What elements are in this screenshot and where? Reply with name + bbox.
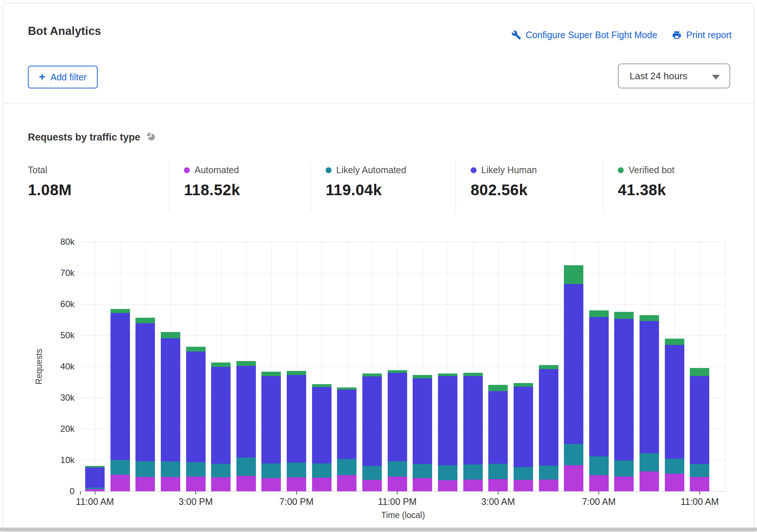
bar-segment-automated[interactable] (488, 479, 508, 491)
bar-segment-likely-automated[interactable] (690, 464, 709, 477)
bar-segment-likely-human[interactable] (413, 378, 432, 464)
bar-segment-automated[interactable] (161, 477, 180, 491)
bar-segment-verified-bot[interactable] (690, 368, 709, 376)
bar-segment-verified-bot[interactable] (463, 373, 483, 376)
bar-segment-automated[interactable] (413, 478, 432, 491)
bar-segment-verified-bot[interactable] (362, 374, 382, 377)
stat-automated[interactable]: Automated 118.52k (169, 162, 311, 212)
bar-segment-likely-automated[interactable] (312, 463, 332, 478)
bar-segment-automated[interactable] (337, 475, 356, 491)
bar-segment-verified-bot[interactable] (514, 383, 533, 387)
bar-segment-likely-human[interactable] (539, 369, 558, 466)
bar-segment-likely-human[interactable] (514, 387, 533, 467)
bar-segment-likely-automated[interactable] (539, 466, 558, 479)
bar-segment-automated[interactable] (665, 474, 684, 491)
bar-segment-verified-bot[interactable] (665, 339, 684, 345)
bar-segment-likely-automated[interactable] (161, 462, 180, 477)
bar-segment-likely-automated[interactable] (287, 463, 306, 477)
bar-segment-automated[interactable] (589, 475, 609, 491)
bar-segment-likely-automated[interactable] (135, 461, 155, 477)
bar-segment-automated[interactable] (111, 475, 130, 491)
bar-segment-likely-human[interactable] (236, 366, 256, 458)
bar-segment-likely-human[interactable] (287, 375, 306, 463)
bar-segment-automated[interactable] (362, 480, 382, 491)
stat-likely-automated[interactable]: Likely Automated 119.04k (311, 162, 456, 212)
bar-segment-likely-human[interactable] (161, 338, 180, 462)
bar-segment-likely-human[interactable] (438, 376, 457, 465)
bar-segment-likely-automated[interactable] (186, 462, 206, 477)
bar-segment-likely-human[interactable] (589, 317, 609, 456)
bar-segment-automated[interactable] (135, 477, 155, 491)
bar-segment-verified-bot[interactable] (85, 466, 105, 467)
bar-segment-verified-bot[interactable] (438, 374, 457, 376)
bar-segment-verified-bot[interactable] (640, 315, 659, 321)
bar-segment-automated[interactable] (463, 480, 483, 491)
bar-segment-likely-human[interactable] (135, 323, 155, 461)
bar-segment-likely-automated[interactable] (413, 464, 432, 478)
bar-segment-automated[interactable] (564, 465, 583, 491)
bar-segment-likely-human[interactable] (85, 467, 105, 488)
bar-segment-automated[interactable] (186, 477, 206, 491)
bar-segment-likely-automated[interactable] (514, 467, 533, 480)
bar-segment-likely-automated[interactable] (665, 459, 684, 474)
bar-segment-automated[interactable] (640, 471, 659, 491)
bar-segment-verified-bot[interactable] (312, 384, 332, 387)
bar-segment-likely-automated[interactable] (261, 463, 281, 478)
time-range-dropdown[interactable]: Last 24 hours (618, 63, 730, 88)
bar-segment-likely-automated[interactable] (111, 460, 130, 475)
bar-segment-likely-automated[interactable] (337, 459, 356, 475)
bar-segment-automated[interactable] (614, 477, 634, 491)
bar-segment-likely-human[interactable] (690, 376, 709, 464)
bar-segment-automated[interactable] (312, 478, 332, 491)
bar-segment-automated[interactable] (539, 480, 558, 491)
bar-segment-likely-automated[interactable] (463, 464, 483, 480)
bar-segment-likely-automated[interactable] (362, 466, 382, 480)
print-report-link[interactable]: Print report (672, 30, 732, 40)
bar-segment-automated[interactable] (438, 480, 457, 491)
bar-segment-likely-automated[interactable] (589, 456, 609, 475)
bar-segment-automated[interactable] (514, 480, 533, 491)
bar-segment-verified-bot[interactable] (614, 312, 634, 319)
bar-segment-likely-human[interactable] (614, 319, 634, 460)
bar-segment-likely-automated[interactable] (236, 458, 256, 476)
bar-segment-automated[interactable] (211, 477, 231, 491)
bar-segment-verified-bot[interactable] (388, 370, 407, 373)
bar-segment-verified-bot[interactable] (488, 385, 508, 391)
bar-segment-likely-human[interactable] (312, 387, 332, 463)
bar-segment-likely-human[interactable] (640, 321, 659, 453)
bar-segment-verified-bot[interactable] (111, 309, 130, 313)
bar-segment-likely-human[interactable] (362, 376, 382, 466)
bar-segment-automated[interactable] (261, 478, 281, 491)
bar-segment-likely-automated[interactable] (388, 461, 407, 477)
bar-segment-likely-human[interactable] (488, 391, 508, 464)
add-filter-button[interactable]: + Add filter (28, 66, 98, 88)
bar-segment-verified-bot[interactable] (211, 362, 231, 367)
bar-segment-verified-bot[interactable] (413, 375, 432, 378)
bar-segment-automated[interactable] (690, 477, 709, 491)
bar-segment-verified-bot[interactable] (539, 365, 558, 369)
bar-segment-likely-automated[interactable] (640, 453, 659, 471)
bar-segment-automated[interactable] (388, 477, 407, 491)
bar-segment-likely-automated[interactable] (564, 444, 583, 466)
bar-segment-verified-bot[interactable] (186, 347, 206, 351)
bar-segment-verified-bot[interactable] (161, 332, 180, 338)
bar-segment-verified-bot[interactable] (287, 371, 306, 375)
bar-segment-likely-human[interactable] (665, 345, 684, 458)
bar-segment-likely-human[interactable] (463, 376, 483, 464)
bar-segment-likely-automated[interactable] (85, 488, 105, 489)
bar-segment-verified-bot[interactable] (261, 372, 281, 376)
bar-segment-verified-bot[interactable] (589, 310, 609, 317)
bar-segment-likely-human[interactable] (564, 284, 583, 444)
stat-verified-bot[interactable]: Verified bot 41.38k (603, 162, 742, 212)
bar-segment-automated[interactable] (236, 476, 256, 491)
bar-segment-likely-human[interactable] (111, 313, 130, 460)
bar-segment-verified-bot[interactable] (564, 265, 583, 284)
bar-segment-likely-automated[interactable] (211, 464, 231, 477)
bar-segment-likely-human[interactable] (337, 390, 356, 459)
stat-likely-human[interactable]: Likely Human 802.56k (456, 162, 603, 212)
bar-segment-likely-automated[interactable] (614, 460, 634, 477)
bar-segment-verified-bot[interactable] (135, 318, 155, 323)
configure-super-bot-fight-mode-link[interactable]: Configure Super Bot Fight Mode (511, 30, 658, 40)
bar-segment-automated[interactable] (287, 477, 306, 491)
bar-segment-likely-human[interactable] (388, 373, 407, 461)
